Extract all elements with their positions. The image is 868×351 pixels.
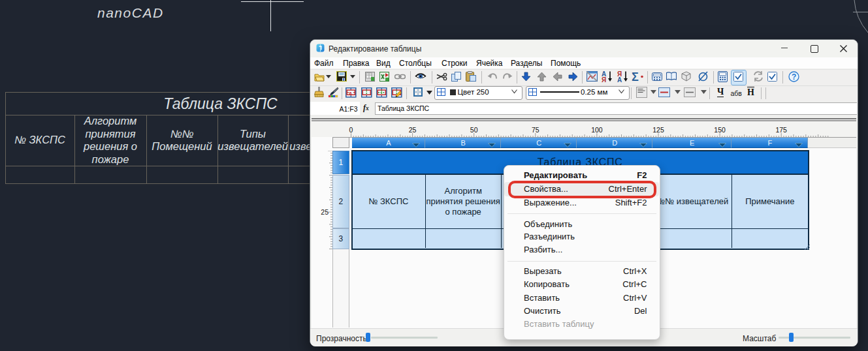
svg-text:75: 75 (532, 126, 539, 134)
svg-text:А: А (617, 76, 622, 82)
svg-text:?: ? (792, 72, 796, 82)
svg-text:a: a (349, 91, 352, 95)
svg-text:Я: Я (602, 76, 606, 82)
svg-text:175: 175 (775, 126, 787, 134)
svg-text:50: 50 (470, 126, 478, 134)
svg-text:Σ: Σ (632, 70, 639, 82)
svg-text:125: 125 (652, 126, 664, 134)
svg-text:25: 25 (409, 126, 417, 134)
svg-text:150: 150 (714, 126, 726, 134)
svg-text:100: 100 (591, 126, 603, 134)
svg-text:0: 0 (349, 126, 353, 134)
